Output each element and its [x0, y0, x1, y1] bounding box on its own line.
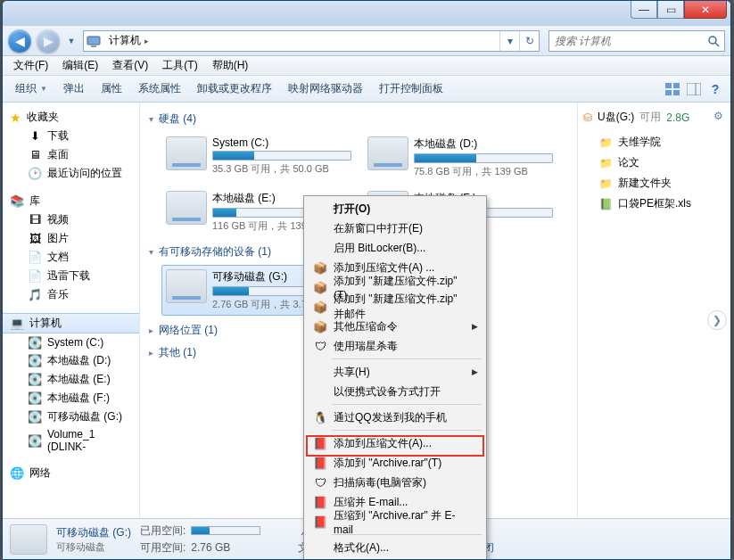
breadcrumb-computer[interactable]: 计算机▸: [103, 31, 155, 51]
sidebar-item-thunder[interactable]: 📄迅雷下载: [3, 267, 139, 285]
sidebar-item-drive-f[interactable]: 💽本地磁盘 (F:): [3, 389, 139, 408]
section-hdd-header[interactable]: ▾硬盘 (4): [149, 111, 577, 127]
view-mode-button[interactable]: [663, 79, 682, 99]
forward-button[interactable]: ▶: [37, 29, 60, 53]
drive-icon: 💽: [28, 410, 42, 424]
menu-file[interactable]: 文件(F): [6, 56, 55, 75]
command-bar: 组织▼ 弹出 属性 系统属性 卸载或更改程序 映射网络驱动器 打开控制面板 ?: [3, 76, 730, 103]
sidebar-item-pictures[interactable]: 🖼图片: [3, 229, 139, 248]
context-menu-item[interactable]: 打开(O): [307, 199, 483, 218]
preview-pane-button[interactable]: [684, 79, 704, 99]
menu-help[interactable]: 帮助(H): [205, 56, 256, 75]
sidebar-item-videos[interactable]: 🎞视频: [3, 210, 139, 229]
sidebar-computer-header[interactable]: 💻计算机: [3, 313, 139, 334]
video-icon: 🎞: [28, 213, 42, 227]
menu-item-label: 使用瑞星杀毒: [334, 339, 398, 354]
sidebar-item-drive-c[interactable]: 💽System (C:): [3, 334, 139, 351]
document-icon: 📄: [28, 251, 42, 265]
picture-icon: 🖼: [28, 232, 42, 246]
drive-icon: 💽: [28, 354, 42, 368]
minimize-button[interactable]: —: [631, 1, 657, 19]
menu-tools[interactable]: 工具(T): [155, 56, 204, 75]
context-menu-item[interactable]: 🐧通过QQ发送到我的手机: [307, 408, 483, 427]
context-menu-item[interactable]: 格式化(A)...: [307, 538, 483, 557]
history-dropdown[interactable]: ▼: [65, 37, 78, 45]
file-icon: 📁: [599, 157, 613, 169]
drive-icon: [166, 191, 207, 225]
preview-pane: ⚙ ⛁ U盘(G:) 可用 2.8G 📁夫维学院📁论文📁新建文件夹📗口袋PE框架…: [577, 103, 730, 518]
toolbar-uninstall[interactable]: 卸载或更改程序: [190, 78, 279, 100]
context-menu-item[interactable]: 🛡使用瑞星杀毒: [307, 336, 483, 356]
pane-settings-icon[interactable]: ⚙: [713, 110, 723, 122]
context-menu-item[interactable]: 启用 BitLocker(B)...: [307, 238, 483, 258]
sidebar-item-desktop[interactable]: 🖥桌面: [3, 145, 139, 164]
context-menu-item[interactable]: 在新窗口中打开(E): [307, 218, 483, 238]
toolbar-properties[interactable]: 属性: [94, 78, 129, 100]
music-icon: 🎵: [28, 288, 42, 302]
menu-item-icon: 📕: [312, 514, 328, 530]
sidebar-item-drive-e[interactable]: 💽本地磁盘 (E:): [3, 370, 139, 389]
back-button[interactable]: ◀: [8, 29, 31, 53]
search-input[interactable]: [549, 35, 703, 47]
sidebar-network-header[interactable]: 🌐网络: [3, 464, 139, 482]
sidebar-item-recent[interactable]: 🕑最近访问的位置: [3, 164, 139, 183]
submenu-arrow-icon: ▶: [472, 322, 478, 331]
drive-free-text: 75.8 GB 可用，共 139 GB: [414, 165, 553, 178]
preview-item[interactable]: 📁夫维学院: [583, 132, 725, 152]
menu-item-label: 以便携式设备方式打开: [334, 384, 441, 399]
menu-item-icon: 📕: [312, 435, 328, 451]
toolbar-control-panel[interactable]: 打开控制面板: [372, 78, 450, 100]
toolbar-map-drive[interactable]: 映射网络驱动器: [281, 78, 370, 100]
address-dropdown[interactable]: ▾: [499, 31, 519, 51]
search-box[interactable]: [548, 30, 725, 52]
close-button[interactable]: ✕: [684, 1, 727, 19]
menu-item-icon: 📦: [312, 259, 328, 276]
svg-rect-0: [87, 37, 100, 45]
sidebar-item-drive-d[interactable]: 💽本地磁盘 (D:): [3, 351, 139, 370]
svg-rect-4: [665, 83, 672, 88]
help-icon[interactable]: ?: [705, 79, 725, 99]
svg-rect-1: [91, 45, 96, 47]
context-menu-item[interactable]: 📕添加到 "Archive.rar"(T): [307, 453, 483, 473]
drive-icon: [166, 136, 207, 170]
sidebar-item-drive-g[interactable]: 💽可移动磁盘 (G:): [3, 408, 139, 426]
svg-rect-7: [673, 90, 680, 95]
sidebar-item-downloads[interactable]: ⬇下载: [3, 127, 139, 145]
preview-item[interactable]: 📗口袋PE框架.xls: [583, 194, 725, 214]
library-icon: 📚: [10, 194, 24, 209]
sidebar-item-documents[interactable]: 📄文档: [3, 248, 139, 267]
context-menu-item[interactable]: 🛡扫描病毒(电脑管家): [307, 473, 483, 492]
context-menu-item[interactable]: 📕压缩到 "Archive.rar" 并 E-mail: [307, 512, 483, 531]
drive-tile[interactable]: System (C:)35.3 GB 可用，共 50.0 GB: [161, 132, 356, 183]
menu-edit[interactable]: 编辑(E): [55, 56, 105, 75]
nav-bar: ◀ ▶ ▼ 计算机▸ ▾ ↻: [3, 26, 730, 56]
context-menu-item[interactable]: 📕添加到压缩文件(A)...: [307, 433, 483, 453]
refresh-button[interactable]: ↻: [519, 31, 539, 51]
toolbar-system-properties[interactable]: 系统属性: [131, 78, 188, 100]
toolbar-eject[interactable]: 弹出: [56, 78, 92, 100]
usb-icon: ⛁: [583, 111, 592, 124]
drive-tile[interactable]: 本地磁盘 (D:)75.8 GB 可用，共 139 GB: [363, 132, 557, 183]
expand-chevron-icon[interactable]: ❯: [707, 310, 727, 330]
submenu-arrow-icon: ▶: [472, 367, 478, 376]
sidebar-item-music[interactable]: 🎵音乐: [3, 285, 139, 304]
context-menu-item[interactable]: 📦添加到 "新建压缩文件.zip" 并邮件: [307, 297, 483, 317]
sidebar-item-volume1[interactable]: 💽Volume_1 (DLINK-: [3, 426, 139, 455]
sidebar-libraries-header[interactable]: 📚库: [3, 192, 139, 210]
menu-view[interactable]: 查看(V): [105, 56, 155, 75]
toolbar-organize[interactable]: 组织▼: [8, 78, 54, 100]
titlebar: — ▭ ✕: [3, 1, 730, 26]
svg-rect-6: [665, 90, 672, 95]
preview-item[interactable]: 📁新建文件夹: [583, 173, 725, 194]
context-menu-item[interactable]: 共享(H)▶: [307, 362, 483, 382]
maximize-button[interactable]: ▭: [657, 1, 684, 19]
sidebar-favorites-header[interactable]: ★收藏夹: [3, 108, 139, 127]
menu-item-label: 压缩到 "Archive.rar" 并 E-mail: [334, 508, 467, 536]
menu-item-icon: 🛡: [312, 338, 328, 354]
address-bar[interactable]: 计算机▸ ▾ ↻: [83, 30, 540, 52]
preview-item[interactable]: 📁论文: [583, 152, 725, 173]
status-name: 可移动磁盘 (G:): [56, 525, 131, 540]
context-menu-item[interactable]: 📦其他压缩命令▶: [307, 317, 483, 336]
computer-icon: [84, 31, 103, 51]
context-menu-item[interactable]: 以便携式设备方式打开: [307, 382, 483, 401]
